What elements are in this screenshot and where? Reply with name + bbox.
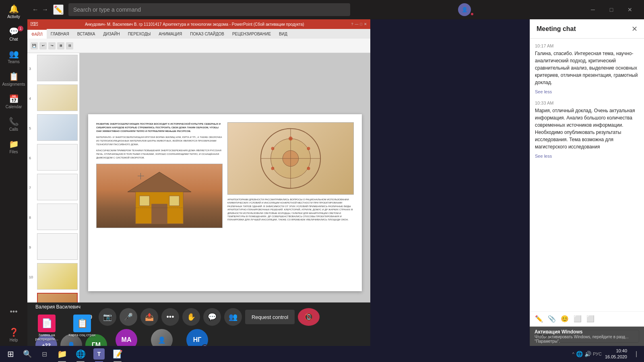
svg-marker-0 — [128, 172, 191, 192]
ppt-tab-home[interactable]: ГЛАВНАЯ — [47, 29, 73, 39]
ppt-redo-btn[interactable]: ↪ — [48, 42, 56, 49]
chat-toolbar: ✏️ 📎 😊 ⬜ ⬜ — [530, 311, 644, 326]
hand-button[interactable]: ✋ — [182, 308, 200, 326]
search-placeholder: Search or type a command — [73, 6, 141, 13]
sidebar-item-label: Assignments — [2, 82, 25, 86]
compose-button[interactable]: ✏️ — [53, 4, 64, 15]
sidebar-item-assignments[interactable]: 📋 Assignments — [0, 68, 27, 90]
search-bar: Search or type a command — [68, 3, 350, 16]
sidebar-item-help[interactable]: ❓ Help — [0, 323, 27, 346]
svg-rect-4 — [169, 196, 180, 206]
desktop-icon-1[interactable]: 📄 Заявка на распределе... — [31, 315, 63, 341]
sidebar-item-calendar[interactable]: 📅 Calendar — [0, 90, 27, 113]
slide-thumb-7[interactable] — [37, 174, 78, 200]
minimize-button[interactable]: ─ — [584, 3, 602, 16]
ppt-tab-file[interactable]: ФАЙЛ — [27, 29, 47, 39]
close-button[interactable]: ✕ — [621, 3, 639, 16]
slide-thumb-9[interactable] — [37, 233, 78, 260]
sticker-icon[interactable]: ⬜ — [574, 315, 582, 323]
taskbar-search-button[interactable]: 🔍 — [19, 346, 35, 362]
show-desktop-button[interactable]: | — [630, 346, 642, 362]
calls-icon: 📞 — [9, 117, 19, 126]
ppt-tabs: ФАЙЛ ГЛАВНАЯ ВСТАВКА ДИЗАЙН ПЕРЕХОДЫ АНИ… — [27, 29, 370, 39]
gif-icon[interactable]: ⬜ — [586, 315, 594, 323]
sidebar-item-chat[interactable]: 💬 1 Chat — [0, 23, 27, 45]
sidebar-item-label: Files — [9, 150, 18, 154]
mute-button[interactable]: 🎤 — [120, 308, 137, 326]
msg-see-less-1[interactable]: See less — [535, 89, 639, 94]
maximize-button[interactable]: □ — [602, 3, 621, 16]
format-icon[interactable]: ✏️ — [535, 315, 543, 323]
user-avatar[interactable]: 👤 — [458, 3, 471, 16]
camera-button[interactable]: 📷 — [99, 308, 116, 326]
chat-button[interactable]: 💬 — [203, 308, 221, 326]
ppt-tab-animations[interactable]: АНИМАЦИЯ — [155, 29, 186, 39]
slide-thumb-5[interactable] — [37, 114, 78, 141]
end-call-button[interactable]: 📵 — [298, 308, 320, 326]
house-illustration — [96, 164, 223, 228]
activation-desc: Чтобы активировать Windows, перейдите в … — [535, 335, 639, 343]
taskbar-explorer[interactable]: 📁 — [53, 346, 71, 362]
taskbar-teams[interactable]: T — [90, 346, 108, 362]
back-button[interactable]: ← — [32, 6, 39, 13]
slide-thumb-8[interactable] — [37, 204, 78, 230]
chat-message-2: 10:33 AM Мария, отличный доклад. Очень а… — [535, 101, 639, 158]
sidebar-item-activity[interactable]: 🔔 Activity — [0, 0, 27, 23]
topbar: ← → ✏️ Search or type a command 👤 ─ □ ✕ — [27, 0, 644, 19]
house-svg — [97, 164, 222, 228]
ppt-tab-insert[interactable]: ВСТАВКА — [73, 29, 99, 39]
taskbar-word[interactable]: 📝 — [109, 346, 126, 362]
people-button[interactable]: 👥 — [224, 308, 242, 326]
slide-right-text: АРХИТЕКТОРАМИ ДРЕВНОСТИ РАССМАТРИВАЛИСЬ … — [227, 198, 354, 222]
attach-icon[interactable]: 📎 — [548, 315, 556, 323]
start-button[interactable]: ⊞ — [2, 346, 19, 362]
ppt-tool3[interactable]: ⊞ — [57, 42, 64, 49]
ppt-title: Анкудович- М. Василевич В. гр 11101417 А… — [38, 22, 351, 27]
sidebar-item-files[interactable]: 📁 Files — [0, 135, 27, 158]
chat-close-button[interactable]: ✕ — [632, 25, 638, 33]
ppt-window-controls: ? — □ ✕ — [351, 22, 367, 26]
ppt-tab-slideshow[interactable]: ПОКАЗ СЛАЙДОВ — [186, 29, 228, 39]
ppt-tab-transitions[interactable]: ПЕРЕХОДЫ — [124, 29, 155, 39]
msg-text-2: Мария, отличный доклад. Очень актуальная… — [535, 107, 639, 150]
date-display: 16.05.2020 — [605, 354, 627, 360]
circular-plan-svg — [228, 123, 353, 194]
msg-see-less-2[interactable]: See less — [535, 154, 639, 158]
cursor-indicator — [138, 173, 144, 179]
sidebar-item-more[interactable]: ••• — [0, 301, 27, 323]
forward-button[interactable]: → — [42, 6, 48, 13]
sidebar-item-calls[interactable]: 📞 Calls — [0, 113, 27, 135]
activity-icon: 🔔 — [9, 4, 19, 14]
sidebar-item-label: Calls — [9, 127, 18, 132]
taskview-button[interactable]: ⊟ — [35, 346, 53, 362]
svg-point-15 — [307, 167, 310, 170]
ppt-tool4[interactable]: ⊟ — [66, 42, 73, 49]
desktop-icon-2-label: Карта соц страх — [69, 333, 96, 337]
desktop-icons-area: 📄 Заявка на распределе... 📋 Карта соц ст… — [29, 313, 100, 343]
lang-indicator: РУС — [593, 352, 602, 356]
ppt-save-btn[interactable]: 💾 — [31, 42, 38, 49]
slide-thumb-6[interactable] — [37, 144, 78, 171]
slide-thumb-3[interactable] — [37, 55, 78, 81]
slide-thumb-4[interactable] — [37, 84, 78, 111]
share-button[interactable]: 📤 — [140, 308, 158, 326]
msg-time-1: 10:17 AM — [535, 43, 639, 48]
request-control-button[interactable]: Request control — [245, 310, 295, 324]
tray-overflow[interactable]: ^ — [572, 352, 574, 356]
ppt-tab-review[interactable]: РЕЦЕНЗИРОВАНИЕ — [228, 29, 275, 39]
more-options-button[interactable]: ••• — [161, 308, 179, 326]
desktop-icon-2[interactable]: 📋 Карта соц страх — [66, 315, 98, 341]
ppt-tab-view[interactable]: ВИД — [275, 29, 291, 39]
taskbar-chrome[interactable]: 🌐 — [72, 346, 89, 362]
sidebar-item-teams[interactable]: 👥 Teams — [0, 45, 27, 68]
calendar-icon: 📅 — [9, 94, 19, 104]
help-icon: ❓ — [9, 327, 19, 337]
emoji-icon[interactable]: 😊 — [561, 315, 569, 323]
ppt-tab-design[interactable]: ДИЗАЙН — [99, 29, 124, 39]
time-display: 10:40 — [605, 348, 627, 354]
sidebar-item-label: Chat — [9, 37, 18, 41]
svg-point-16 — [271, 147, 275, 150]
sidebar: 🔔 Activity 💬 1 Chat 👥 Teams 📋 Assignment… — [0, 0, 27, 346]
slide-thumb-10[interactable] — [37, 263, 78, 290]
ppt-undo-btn[interactable]: ↩ — [39, 42, 47, 49]
